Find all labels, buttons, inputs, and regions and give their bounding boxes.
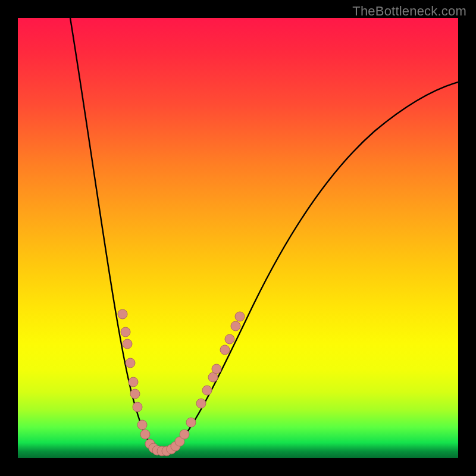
chart-svg (18, 18, 458, 458)
data-marker (129, 377, 138, 387)
data-marker (130, 389, 140, 399)
data-marker (231, 321, 240, 331)
data-marker (220, 345, 230, 355)
data-marker (180, 430, 189, 439)
curve-group (70, 18, 458, 451)
plot-area (18, 18, 458, 458)
data-marker (202, 386, 212, 395)
curve-left (70, 18, 163, 451)
data-marker (118, 309, 127, 319)
data-marker (225, 334, 234, 344)
data-marker (196, 399, 206, 408)
data-marker (137, 420, 147, 430)
data-marker (133, 402, 142, 412)
data-marker (126, 358, 135, 368)
marker-group (118, 309, 245, 456)
data-marker (140, 430, 150, 439)
data-marker (212, 364, 221, 374)
data-marker (186, 418, 196, 427)
data-marker (123, 339, 132, 349)
chart-frame: TheBottleneck.com (0, 0, 476, 476)
curve-right (163, 82, 458, 451)
data-marker (121, 327, 130, 337)
data-marker (235, 312, 245, 321)
watermark-text: TheBottleneck.com (352, 4, 466, 19)
